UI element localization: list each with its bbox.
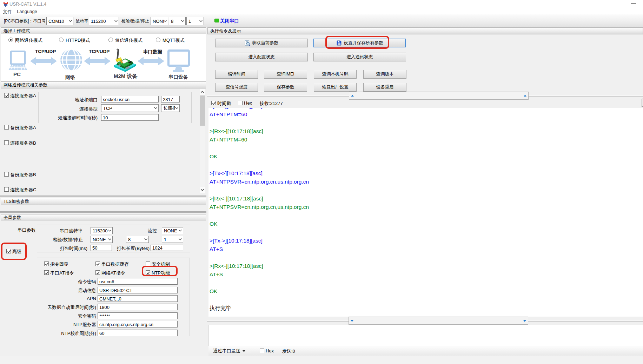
small-command-button-7[interactable]: 设备重启	[363, 83, 406, 92]
command-button-label: 设置并保存所有参数	[344, 40, 383, 46]
mode-radio-label-3: MQTT模式	[163, 37, 185, 44]
field-input-0[interactable]: usr.cn#	[98, 278, 178, 285]
server-address-input[interactable]: socket.usr.cn	[101, 96, 159, 102]
stop-bits-select[interactable]: 1	[186, 17, 204, 25]
small-command-button-1[interactable]: 查询IMEI	[264, 70, 307, 79]
g-packlen-input-value: 1024	[152, 245, 163, 251]
server-a-checkbox[interactable]	[4, 93, 9, 98]
keepalive-select[interactable]: 长连接	[161, 104, 180, 112]
option-checkbox-4[interactable]	[95, 270, 100, 275]
hex-recv-checkbox[interactable]	[238, 101, 243, 105]
mode-radio-0[interactable]	[8, 38, 13, 42]
app-window: USR-CAT1 V1.1.4 文件Language [PC串口参数]：串口号 …	[0, 0, 643, 364]
send-input[interactable]	[208, 325, 643, 346]
com-port-select[interactable]: COM10	[46, 17, 73, 25]
log-line: AT+S	[210, 245, 643, 253]
baud-label: 波特率	[76, 18, 88, 24]
server-checkbox-0-label: 备份服务器A	[10, 125, 36, 131]
recv-count: 接收:21277	[260, 100, 283, 107]
hex-send-checkbox[interactable]	[260, 349, 264, 353]
option-checkbox-3[interactable]	[44, 270, 49, 275]
log-line: OK	[210, 287, 643, 296]
option-checkbox-2-label: 安全机制	[152, 261, 170, 267]
left-scrollbar[interactable]	[200, 89, 205, 193]
command-button-1[interactable]: 设置并保存所有参数	[313, 39, 406, 47]
g-packlen-input[interactable]: 1024	[151, 245, 183, 251]
field-label-4: 安全密码	[37, 313, 96, 319]
option-checkbox-1[interactable]	[95, 262, 100, 266]
command-button-label: 保存参数	[277, 84, 294, 90]
splitter-collapse-bar-top[interactable]	[349, 92, 529, 100]
advanced-checkbox[interactable]	[6, 249, 11, 253]
g-stopbits-select[interactable]: 1	[162, 236, 183, 243]
option-checkbox-0[interactable]	[44, 262, 49, 266]
log-line: >[Rx<-][10:17:18][asc]	[210, 127, 643, 135]
log-line	[210, 211, 643, 220]
check-icon	[45, 271, 49, 275]
log-line	[210, 144, 643, 152]
field-label-5: NTP服务器	[37, 322, 96, 328]
command-button-0[interactable]: 获取当前参数	[215, 39, 308, 47]
data-bits-select[interactable]: 8	[169, 17, 186, 25]
advanced-checkbox-label: 高级	[12, 249, 21, 255]
app-logo-icon	[3, 1, 8, 7]
server-checkbox-1[interactable]	[4, 140, 9, 145]
timeout-input[interactable]: 10	[101, 114, 159, 121]
small-command-button-2[interactable]: 查询本机号码	[314, 70, 357, 79]
check-icon	[96, 271, 100, 275]
minimize-button[interactable]	[631, 3, 636, 4]
section-header-tls: TLS加密参数	[1, 198, 206, 205]
mode-radio-2[interactable]	[108, 38, 113, 42]
log-scrollbar[interactable]	[642, 99, 643, 107]
close-port-button[interactable]: 关闭串口	[220, 18, 239, 24]
field-input-1[interactable]: USR-DR502-CT	[98, 287, 178, 293]
field-input-5[interactable]: cn.ntp.org.cn,us.ntp.org.cn	[98, 321, 178, 327]
server-port-input[interactable]: 2317	[161, 96, 180, 102]
work-mode-panel: 网络透传模式HTTPD模式短信透传模式MQTT模式 PC网络M2M 设备串口设备…	[1, 34, 206, 81]
field-input-3[interactable]: 1800	[98, 304, 178, 310]
send-via-serial-button[interactable]: 通过串口发送	[213, 348, 240, 354]
field-input-4[interactable]: ******	[98, 312, 178, 319]
option-checkbox-5[interactable]	[146, 270, 150, 275]
server-port-input-value: 2317	[163, 97, 173, 102]
m2m-device-icon	[111, 46, 138, 74]
option-checkbox-2[interactable]	[146, 262, 150, 266]
log-output[interactable]: >[Tx->][10:17:18][asc]AT+NTPTM=60>[Rx<-]…	[208, 108, 643, 317]
scroll-up-button[interactable]	[200, 89, 205, 95]
field-label-6: NTP校准周期(分)	[37, 330, 96, 337]
scrollbar-thumb[interactable]	[200, 95, 205, 126]
baud-rate-select-value: 115200	[91, 19, 114, 24]
g-parity-select[interactable]: NONE	[91, 236, 113, 243]
small-command-button-3[interactable]: 查询版本	[363, 70, 406, 79]
diagram-node-label-1: 网络	[65, 74, 75, 81]
timestamp-checkbox[interactable]	[211, 101, 216, 105]
server-checkbox-0[interactable]	[4, 125, 9, 130]
log-line: AT+NTPTM=60	[210, 135, 643, 144]
small-command-button-4[interactable]: 查信号强度	[215, 83, 258, 92]
scroll-down-button[interactable]	[200, 187, 205, 193]
command-button-3[interactable]: 进入通讯状态	[313, 53, 406, 61]
field-input-6[interactable]: 60	[98, 330, 178, 336]
mode-radio-1[interactable]	[59, 38, 64, 42]
splitter-collapse-bar-bottom[interactable]	[349, 317, 528, 325]
chevron-down-icon	[200, 187, 204, 193]
baud-rate-select[interactable]: 115200	[89, 17, 119, 25]
field-input-2[interactable]: CMNET,,,0	[98, 295, 178, 302]
conn-type-select[interactable]: TCP	[101, 104, 159, 112]
command-button-2[interactable]: 进入配置状态	[215, 53, 308, 61]
server-checkbox-3[interactable]	[4, 187, 9, 192]
g-databits-select[interactable]: 8	[126, 236, 149, 243]
option-checkbox-1-label: 串口数据缓存	[101, 261, 129, 267]
parity-select[interactable]: NONI	[151, 17, 168, 25]
chevron-down-icon	[181, 20, 184, 22]
g-flow-select[interactable]: NONE	[162, 227, 183, 234]
server-checkbox-2[interactable]	[4, 172, 9, 177]
mode-radio-3[interactable]	[156, 38, 160, 42]
small-command-button-0[interactable]: 编译时间	[215, 70, 258, 79]
option-checkbox-0-label: 指令回显	[50, 261, 68, 267]
small-command-button-5[interactable]: 保存参数	[264, 83, 307, 92]
menu-item-language[interactable]: Language	[17, 9, 37, 14]
timeout-input-value: 10	[103, 115, 108, 120]
small-command-button-6[interactable]: 恢复出厂设置	[314, 83, 357, 92]
send-dropdown-caret-icon[interactable]	[243, 350, 245, 352]
